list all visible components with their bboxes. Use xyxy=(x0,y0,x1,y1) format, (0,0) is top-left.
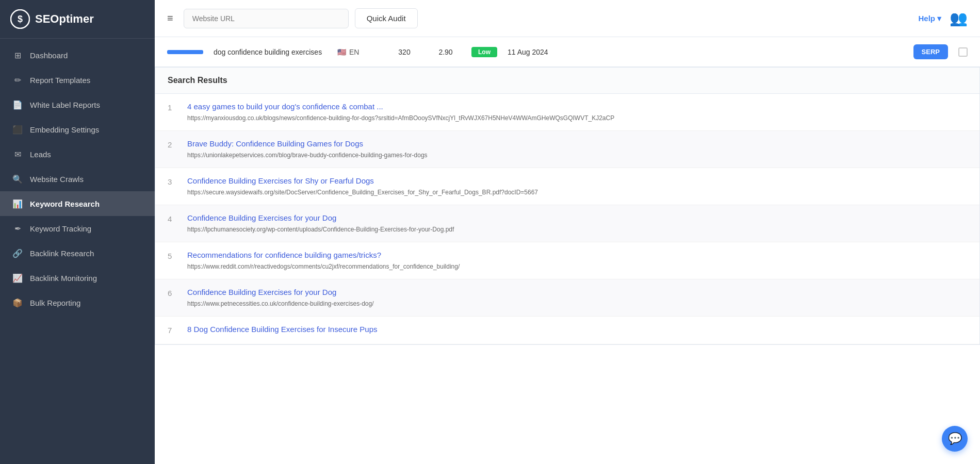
result-number: 2 xyxy=(168,139,179,149)
chat-bubble[interactable]: 💬 xyxy=(942,426,968,452)
keyword-text: dog confidence building exercises xyxy=(214,48,327,56)
result-title[interactable]: Recommendations for confidence building … xyxy=(187,251,967,259)
result-title[interactable]: Confidence Building Exercises for your D… xyxy=(187,288,967,296)
keyword-research-icon: 📊 xyxy=(12,198,23,209)
result-body: Confidence Building Exercises for your D… xyxy=(187,213,967,234)
result-number: 1 xyxy=(168,102,179,112)
result-body: Recommendations for confidence building … xyxy=(187,251,967,271)
flag-lang: 🇺🇸 EN xyxy=(337,48,379,56)
table-row: 5 Recommendations for confidence buildin… xyxy=(155,242,979,279)
result-number: 3 xyxy=(168,176,179,186)
result-body: Brave Buddy: Confidence Building Games f… xyxy=(187,139,967,159)
keyword-tracking-icon: ✒ xyxy=(12,223,23,234)
logo-icon: $ xyxy=(10,9,30,29)
sidebar-label-white-label-reports: White Label Reports xyxy=(30,101,100,109)
sidebar-label-bulk-reporting: Bulk Reporting xyxy=(30,299,80,307)
sidebar-item-bulk-reporting[interactable]: 📦 Bulk Reporting xyxy=(0,290,155,315)
website-crawls-icon: 🔍 xyxy=(12,174,23,184)
quick-audit-button[interactable]: Quick Audit xyxy=(355,8,418,28)
volume-text: 320 xyxy=(389,48,420,56)
sidebar-label-backlink-research: Backlink Research xyxy=(30,249,94,258)
topbar-right: Help ▾ 👥 xyxy=(918,10,968,27)
result-number: 7 xyxy=(168,325,179,335)
report-templates-icon: ✏ xyxy=(12,75,23,85)
sidebar-label-keyword-tracking: Keyword Tracking xyxy=(30,224,91,233)
sidebar-item-keyword-tracking[interactable]: ✒ Keyword Tracking xyxy=(0,216,155,241)
result-body: 4 easy games to build your dog's confide… xyxy=(187,102,967,122)
result-body: Confidence Building Exercises for Shy or… xyxy=(187,176,967,196)
sidebar-label-keyword-research: Keyword Research xyxy=(30,200,100,208)
table-row: 7 8 Dog Confidence Building Exercises fo… xyxy=(155,317,979,344)
leads-icon: ✉ xyxy=(12,149,23,159)
competition-badge: Low xyxy=(471,47,497,57)
url-input[interactable] xyxy=(184,9,349,28)
search-results-panel: Search Results 1 4 easy games to build y… xyxy=(155,67,980,345)
result-url: https://secure.waysidewaifs.org/site/Doc… xyxy=(187,189,538,196)
row-checkbox[interactable] xyxy=(958,47,968,57)
avatar-icon[interactable]: 👥 xyxy=(950,10,968,27)
lang-text: EN xyxy=(349,48,359,56)
backlink-research-icon: 🔗 xyxy=(12,248,23,258)
menu-icon[interactable]: ≡ xyxy=(167,12,173,24)
bulk-reporting-icon: 📦 xyxy=(12,297,23,308)
sidebar-item-embedding-settings[interactable]: ⬛ Embedding Settings xyxy=(0,117,155,142)
sidebar-label-embedding-settings: Embedding Settings xyxy=(30,125,99,134)
result-title[interactable]: Confidence Building Exercises for Shy or… xyxy=(187,176,967,185)
cpc-text: 2.90 xyxy=(430,48,461,56)
chat-icon: 💬 xyxy=(948,432,962,445)
content-area: dog confidence building exercises 🇺🇸 EN … xyxy=(155,37,980,464)
logo-area: $ SEOptimer xyxy=(0,0,155,39)
table-row: 4 Confidence Building Exercises for your… xyxy=(155,205,979,242)
topbar: ≡ Quick Audit Help ▾ 👥 xyxy=(155,0,980,37)
sidebar-nav: ⊞ Dashboard ✏ Report Templates 📄 White L… xyxy=(0,39,155,319)
search-results-header: Search Results xyxy=(155,68,979,94)
result-title[interactable]: 8 Dog Confidence Building Exercises for … xyxy=(187,325,967,334)
result-url: https://www.petnecessities.co.uk/confide… xyxy=(187,300,374,307)
table-row: 2 Brave Buddy: Confidence Building Games… xyxy=(155,131,979,168)
table-row: 3 Confidence Building Exercises for Shy … xyxy=(155,168,979,205)
sidebar-item-leads[interactable]: ✉ Leads xyxy=(0,142,155,167)
result-title[interactable]: Brave Buddy: Confidence Building Games f… xyxy=(187,139,967,148)
embedding-settings-icon: ⬛ xyxy=(12,124,23,135)
sidebar-item-website-crawls[interactable]: 🔍 Website Crawls xyxy=(0,167,155,191)
sidebar-label-leads: Leads xyxy=(30,150,51,159)
result-body: 8 Dog Confidence Building Exercises for … xyxy=(187,325,967,336)
result-url: https://www.reddit.com/r/reactivedogs/co… xyxy=(187,263,460,270)
result-url: https://lpchumanesociety.org/wp-content/… xyxy=(187,226,454,233)
sidebar-item-dashboard[interactable]: ⊞ Dashboard xyxy=(0,43,155,68)
date-text: 11 Aug 2024 xyxy=(508,48,559,56)
sidebar-item-white-label-reports[interactable]: 📄 White Label Reports xyxy=(0,92,155,117)
sidebar-item-backlink-monitoring[interactable]: 📈 Backlink Monitoring xyxy=(0,266,155,290)
white-label-reports-icon: 📄 xyxy=(12,100,23,110)
sidebar-label-report-templates: Report Templates xyxy=(30,76,90,85)
result-url: https://unionlakepetservices.com/blog/br… xyxy=(187,152,428,159)
results-list: 1 4 easy games to build your dog's confi… xyxy=(155,94,979,344)
result-number: 6 xyxy=(168,288,179,297)
sidebar-item-keyword-research[interactable]: 📊 Keyword Research xyxy=(0,191,155,216)
serp-button[interactable]: SERP xyxy=(913,44,948,59)
blue-bar-partial xyxy=(167,50,203,54)
dashboard-icon: ⊞ xyxy=(12,50,23,60)
table-row: 1 4 easy games to build your dog's confi… xyxy=(155,94,979,131)
result-body: Confidence Building Exercises for your D… xyxy=(187,288,967,308)
logo-text: SEOptimer xyxy=(35,12,94,26)
sidebar-item-report-templates[interactable]: ✏ Report Templates xyxy=(0,68,155,92)
sidebar-label-backlink-monitoring: Backlink Monitoring xyxy=(30,274,97,283)
backlink-monitoring-icon: 📈 xyxy=(12,273,23,283)
svg-text:$: $ xyxy=(18,14,23,24)
sidebar-label-dashboard: Dashboard xyxy=(30,51,68,60)
flag-icon: 🇺🇸 xyxy=(337,48,346,56)
sidebar: $ SEOptimer ⊞ Dashboard ✏ Report Templat… xyxy=(0,0,155,464)
table-row: 6 Confidence Building Exercises for your… xyxy=(155,279,979,317)
sidebar-item-backlink-research[interactable]: 🔗 Backlink Research xyxy=(0,241,155,266)
result-url: https://myanxiousdog.co.uk/blogs/news/co… xyxy=(187,114,614,122)
help-button[interactable]: Help ▾ xyxy=(918,14,941,23)
main-area: ≡ Quick Audit Help ▾ 👥 dog confidence bu… xyxy=(155,0,980,464)
result-number: 4 xyxy=(168,213,179,223)
sidebar-label-website-crawls: Website Crawls xyxy=(30,175,84,184)
result-number: 5 xyxy=(168,251,179,260)
result-title[interactable]: Confidence Building Exercises for your D… xyxy=(187,213,967,222)
keyword-row: dog confidence building exercises 🇺🇸 EN … xyxy=(155,37,980,67)
result-title[interactable]: 4 easy games to build your dog's confide… xyxy=(187,102,967,111)
